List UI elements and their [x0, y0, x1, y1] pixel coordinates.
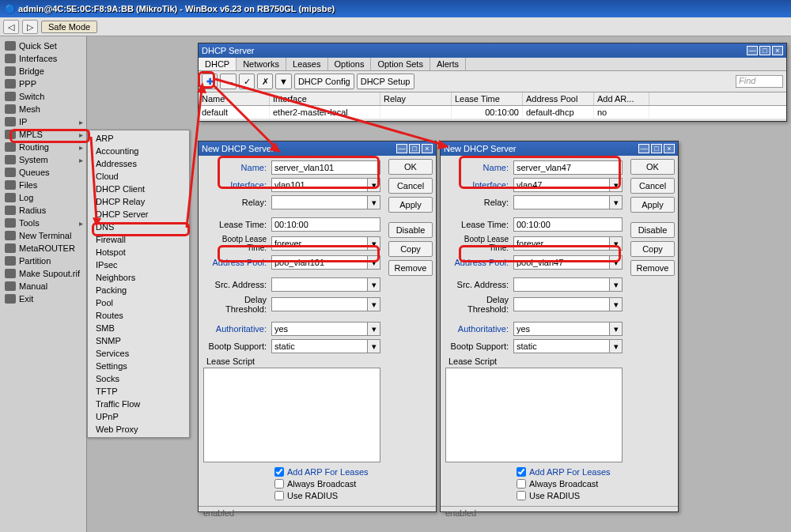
col-pool[interactable]: Address Pool [523, 92, 594, 105]
sidebar-item-switch[interactable]: Switch [0, 90, 86, 103]
forward-button[interactable]: ▷ [22, 20, 38, 34]
leasetime-input[interactable]: 00:10:00 [271, 217, 380, 232]
lease-script-input[interactable] [203, 368, 380, 462]
submenu-item-services[interactable]: Services [88, 347, 189, 360]
delay-input[interactable] [513, 297, 610, 311]
sidebar-item-interfaces[interactable]: Interfaces [0, 52, 86, 65]
close-button[interactable]: × [664, 144, 675, 153]
ok-button[interactable]: OK [388, 159, 433, 175]
back-button[interactable]: ◁ [3, 20, 19, 34]
submenu-item-hotspot[interactable]: Hotspot [88, 246, 189, 258]
interface-dropdown[interactable]: ▾ [368, 178, 380, 192]
sidebar-item-ip[interactable]: IP [0, 115, 86, 128]
sidebar-item-tools[interactable]: Tools [0, 217, 86, 229]
relay-dropdown[interactable]: ▾ [368, 195, 380, 209]
disable-button[interactable]: ✗ [257, 74, 273, 89]
tab-options[interactable]: Options [328, 58, 372, 70]
sidebar-item-log[interactable]: Log [0, 191, 86, 204]
pool-dropdown[interactable]: ▾ [610, 255, 623, 270]
relay-dropdown[interactable]: ▾ [610, 195, 623, 209]
pool-input[interactable]: poo_vlan101 [271, 255, 368, 270]
apply-button[interactable]: Apply [630, 197, 675, 213]
tab-alerts[interactable]: Alerts [430, 58, 466, 70]
interface-input[interactable]: vlan101 [271, 178, 368, 192]
submenu-item-accounting[interactable]: Accounting [88, 145, 189, 157]
copy-button[interactable]: Copy [630, 241, 675, 257]
remove-button[interactable]: Remove [630, 260, 675, 276]
dhcp-config-button[interactable]: DHCP Config [294, 74, 354, 89]
minimize-button[interactable]: — [747, 46, 758, 55]
sidebar-item-queues[interactable]: Queues [0, 166, 86, 179]
bootpsupport-dropdown[interactable]: ▾ [368, 339, 380, 353]
close-button[interactable]: × [772, 46, 783, 55]
relay-input[interactable] [513, 195, 610, 209]
submenu-item-dhcp-relay[interactable]: DHCP Relay [88, 195, 189, 208]
auth-input[interactable]: yes [271, 322, 368, 336]
submenu-item-smb[interactable]: SMB [88, 322, 189, 334]
sidebar-item-routing[interactable]: Routing [0, 141, 86, 153]
sidebar-item-bridge[interactable]: Bridge [0, 65, 86, 77]
col-name[interactable]: Name [199, 92, 270, 105]
add-arp-checkbox[interactable] [517, 467, 526, 477]
src-dropdown[interactable]: ▾ [610, 277, 623, 292]
copy-button[interactable]: Copy [388, 241, 433, 257]
leasetime-input[interactable]: 00:10:00 [513, 217, 623, 232]
src-input[interactable] [271, 277, 368, 292]
bootplease-dropdown[interactable]: ▾ [610, 236, 623, 251]
bootplease-input[interactable]: forever [271, 236, 368, 251]
ok-button[interactable]: OK [630, 159, 675, 175]
sidebar-item-ppp[interactable]: PPP [0, 77, 86, 90]
auth-input[interactable]: yes [513, 322, 610, 336]
maximize-button[interactable]: □ [651, 144, 662, 153]
src-input[interactable] [513, 277, 610, 292]
submenu-item-packing[interactable]: Packing [88, 284, 189, 296]
sidebar-item-exit[interactable]: Exit [0, 292, 86, 305]
auth-dropdown[interactable]: ▾ [610, 322, 623, 336]
pool-dropdown[interactable]: ▾ [368, 255, 380, 270]
add-button[interactable]: ✚ [202, 74, 218, 89]
use-radius-checkbox[interactable] [517, 491, 526, 500]
cancel-button[interactable]: Cancel [388, 178, 433, 194]
disable-button[interactable]: Disable [630, 222, 675, 238]
apply-button[interactable]: Apply [388, 197, 433, 213]
use-radius-checkbox[interactable] [274, 491, 284, 500]
remove-button[interactable]: — [220, 74, 237, 89]
delay-dropdown[interactable]: ▾ [368, 297, 380, 311]
submenu-item-web-proxy[interactable]: Web Proxy [88, 423, 189, 436]
always-broadcast-checkbox[interactable] [274, 479, 284, 489]
sidebar-item-metarouter[interactable]: MetaROUTER [0, 242, 86, 255]
minimize-button[interactable]: — [396, 144, 407, 153]
sidebar-item-mpls[interactable]: MPLS [0, 128, 86, 141]
maximize-button[interactable]: □ [759, 46, 770, 55]
submenu-item-pool[interactable]: Pool [88, 296, 189, 309]
submenu-item-firewall[interactable]: Firewall [88, 233, 189, 246]
delay-dropdown[interactable]: ▾ [610, 297, 623, 311]
enable-button[interactable]: ✓ [239, 74, 255, 89]
safe-mode-button[interactable]: Safe Mode [41, 21, 97, 33]
submenu-item-dhcp-client[interactable]: DHCP Client [88, 183, 189, 195]
tab-dhcp[interactable]: DHCP [199, 58, 237, 70]
cancel-button[interactable]: Cancel [630, 178, 675, 194]
find-input[interactable]: Find [736, 75, 783, 88]
sidebar-item-quick-set[interactable]: Quick Set [0, 40, 86, 52]
bootpsupport-input[interactable]: static [513, 339, 610, 353]
add-arp-checkbox[interactable] [274, 467, 284, 477]
lease-script-input[interactable] [445, 368, 623, 462]
name-input[interactable]: server_vlan101 [271, 160, 380, 175]
interface-input[interactable]: vlan47 [513, 178, 610, 192]
delay-input[interactable] [271, 297, 368, 311]
submenu-item-cloud[interactable]: Cloud [88, 170, 189, 183]
submenu-item-socks[interactable]: Socks [88, 372, 189, 385]
sidebar-item-radius[interactable]: Radius [0, 204, 86, 217]
maximize-button[interactable]: □ [409, 144, 420, 153]
pool-input[interactable]: pool_vlan47 [513, 255, 610, 270]
sidebar-item-system[interactable]: System [0, 153, 86, 166]
submenu-item-routes[interactable]: Routes [88, 309, 189, 322]
col-interface[interactable]: Interface [270, 92, 380, 105]
sidebar-item-files[interactable]: Files [0, 179, 86, 191]
submenu-item-ipsec[interactable]: IPsec [88, 258, 189, 271]
submenu-item-upnp[interactable]: UPnP [88, 410, 189, 423]
src-dropdown[interactable]: ▾ [368, 277, 380, 292]
tab-option-sets[interactable]: Option Sets [371, 58, 430, 70]
submenu-item-neighbors[interactable]: Neighbors [88, 271, 189, 284]
